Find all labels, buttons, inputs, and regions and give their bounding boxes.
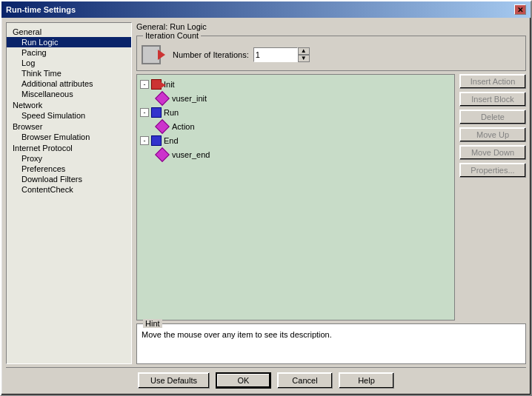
iteration-down-button[interactable]: ▼ — [298, 55, 310, 62]
sidebar-category-network: Network — [7, 99, 131, 110]
run-label: Run — [164, 108, 179, 117]
panel-title: General: Run Logic — [136, 22, 526, 31]
action-label: Action — [172, 122, 195, 131]
move-down-button[interactable]: Move Down — [459, 145, 526, 160]
window-title: Run-time Settings — [6, 5, 76, 14]
iteration-spinner: ▲ ▼ — [298, 47, 310, 62]
sidebar-item-download-filters[interactable]: Download Filters — [7, 174, 131, 184]
iteration-area: Number of Iterations: 1 ▲ ▼ — [142, 44, 521, 66]
sidebar: General Run Logic Pacing Log Think Time … — [6, 22, 132, 364]
hint-label: Hint — [143, 319, 162, 328]
sidebar-item-think-time[interactable]: Think Time — [7, 68, 131, 78]
tree-item-vuser-init[interactable]: vuser_init — [140, 91, 451, 106]
end-icon — [151, 135, 162, 146]
insert-block-button[interactable]: Insert Block — [459, 92, 526, 107]
sidebar-item-additional-attributes[interactable]: Additional attributes — [7, 78, 131, 89]
sidebar-item-miscellaneous[interactable]: Miscellaneous — [7, 89, 131, 99]
help-button[interactable]: Help — [339, 372, 394, 389]
iter-arrow-icon — [158, 50, 165, 60]
move-up-button[interactable]: Move Up — [459, 127, 526, 142]
ok-button[interactable]: OK — [216, 372, 271, 389]
action-icon — [155, 119, 170, 134]
iteration-input[interactable]: 1 — [253, 47, 298, 62]
sidebar-category-general: General — [7, 26, 131, 37]
tree-item-run[interactable]: - Run — [140, 106, 451, 119]
tree-item-action[interactable]: Action — [140, 119, 451, 134]
action-buttons: Insert Action Insert Block Delete Move U… — [459, 74, 526, 321]
properties-button[interactable]: Properties... — [459, 163, 526, 178]
right-panel: General: Run Logic Iteration Count Numbe… — [136, 22, 526, 364]
close-button[interactable]: ✕ — [514, 4, 526, 15]
sidebar-item-proxy[interactable]: Proxy — [7, 153, 131, 164]
iteration-label: Number of Iterations: — [173, 50, 249, 59]
delete-button[interactable]: Delete — [459, 110, 526, 124]
tree-item-init[interactable]: - Init — [140, 78, 451, 91]
expand-init[interactable]: - — [140, 80, 149, 89]
sidebar-item-browser-emulation[interactable]: Browser Emulation — [7, 132, 131, 142]
end-label: End — [164, 136, 179, 145]
main-area: General Run Logic Pacing Log Think Time … — [6, 22, 526, 364]
expand-run[interactable]: - — [140, 108, 149, 117]
sidebar-item-pacing[interactable]: Pacing — [7, 47, 131, 58]
sidebar-category-internet-protocol: Internet Protocol — [7, 142, 131, 153]
run-icon — [151, 107, 162, 118]
iteration-spinner-group: 1 ▲ ▼ — [253, 47, 310, 62]
tree-item-vuser-end[interactable]: vuser_end — [140, 147, 451, 162]
vuser-end-icon — [155, 147, 170, 162]
sidebar-category-browser: Browser — [7, 121, 131, 132]
sidebar-item-run-logic[interactable]: Run Logic — [7, 37, 131, 47]
vuser-end-label: vuser_end — [172, 150, 210, 159]
expand-end[interactable]: - — [140, 136, 149, 145]
footer-buttons: Use Defaults OK Cancel Help — [6, 367, 526, 390]
tree-item-end[interactable]: - End — [140, 134, 451, 147]
sidebar-item-contentcheck[interactable]: ContentCheck — [7, 184, 131, 195]
main-window: Run-time Settings ✕ General Run Logic Pa… — [0, 0, 532, 396]
iteration-up-button[interactable]: ▲ — [298, 47, 310, 55]
iteration-group-label: Iteration Count — [143, 31, 201, 40]
tree-area: - Init vuser_i — [136, 74, 455, 321]
title-bar: Run-time Settings ✕ — [1, 1, 531, 18]
vuser-init-label: vuser_init — [172, 94, 207, 103]
cancel-button[interactable]: Cancel — [277, 372, 333, 389]
init-icon — [151, 79, 162, 90]
hint-text: Move the mouse over any item to see its … — [142, 330, 332, 339]
window-content: General Run Logic Pacing Log Think Time … — [1, 18, 531, 395]
sidebar-item-log[interactable]: Log — [7, 58, 131, 68]
use-defaults-button[interactable]: Use Defaults — [138, 372, 210, 389]
hint-group: Hint Move the mouse over any item to see… — [136, 323, 526, 364]
logic-section: - Init vuser_i — [136, 74, 526, 321]
insert-action-button[interactable]: Insert Action — [459, 74, 526, 89]
iteration-group: Iteration Count Number of Iterations: 1 … — [136, 36, 526, 71]
iteration-icon — [142, 44, 168, 66]
sidebar-item-preferences[interactable]: Preferences — [7, 164, 131, 174]
vuser-init-icon — [155, 91, 170, 106]
sidebar-item-speed-simulation[interactable]: Speed Simulation — [7, 110, 131, 121]
